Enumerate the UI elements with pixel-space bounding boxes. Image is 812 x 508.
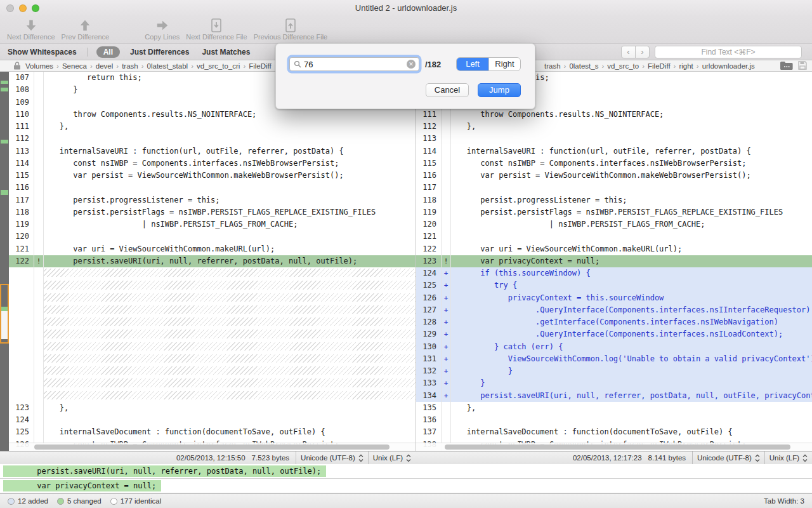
filter-just-matches-button[interactable]: Just Matches xyxy=(202,48,250,57)
code-row[interactable]: 111 }, xyxy=(9,121,416,133)
code-row[interactable] xyxy=(9,353,416,365)
breadcrumb-item[interactable]: 0latest_s xyxy=(569,62,598,70)
code-row[interactable]: 118 persist.progressListener = this; xyxy=(416,194,812,206)
line-ending-select[interactable]: Unix (LF) xyxy=(368,451,416,464)
find-next-button[interactable]: › xyxy=(635,46,650,58)
left-horizontal-scrollbar[interactable] xyxy=(9,443,416,451)
breadcrumb-item[interactable]: right xyxy=(679,62,693,70)
code-row[interactable]: 135 }, xyxy=(416,402,812,414)
code-row[interactable]: 133+ } xyxy=(416,377,812,389)
find-text-input[interactable] xyxy=(655,46,802,58)
scrollbar-thumb[interactable] xyxy=(34,444,390,450)
code-row[interactable]: 113 xyxy=(416,133,812,145)
clear-input-icon[interactable]: ✕ xyxy=(407,60,416,69)
code-row[interactable]: 111 throw Components.results.NS_NOINTERF… xyxy=(416,109,812,121)
code-row[interactable] xyxy=(9,267,416,279)
encoding-select[interactable]: Unicode (UTF-8) xyxy=(692,451,764,464)
code-row[interactable]: 115 var persist = ViewSourceWithCommon.m… xyxy=(9,170,416,182)
jump-button[interactable]: Jump xyxy=(478,83,521,97)
code-row[interactable]: 112 }, xyxy=(416,121,812,133)
breadcrumb-item[interactable]: trash xyxy=(122,62,138,70)
code-row[interactable]: 120 xyxy=(9,231,416,243)
code-row[interactable]: 124 xyxy=(9,414,416,426)
copy-lines-button[interactable]: Copy Lines xyxy=(141,17,183,41)
code-row[interactable]: 112 xyxy=(9,133,416,145)
scrollbar-thumb[interactable] xyxy=(445,444,790,450)
filter-all-button[interactable]: All xyxy=(96,46,120,58)
encoding-select[interactable]: Unicode (UTF-8) xyxy=(296,451,368,464)
code-row[interactable] xyxy=(9,328,416,340)
goto-line-input[interactable] xyxy=(304,60,407,69)
code-row[interactable]: 128+ .getInterface(Components.interfaces… xyxy=(416,316,812,328)
code-row[interactable]: 113 internalSaveURI : function(url, outF… xyxy=(9,145,416,157)
code-row[interactable]: 117 xyxy=(416,182,812,194)
code-row[interactable]: 116 xyxy=(9,182,416,194)
code-row[interactable]: 125 internalSaveDocument : function(docu… xyxy=(9,426,416,438)
right-horizontal-scrollbar[interactable] xyxy=(416,443,812,451)
code-row[interactable]: 125+ try { xyxy=(416,279,812,291)
prev-difference-button[interactable]: Prev Difference xyxy=(58,17,113,41)
code-row[interactable]: 120 | nsIWBP.PERSIST_FLAGS_FROM_CACHE; xyxy=(416,218,812,231)
code-row[interactable] xyxy=(9,390,416,402)
breadcrumb-item[interactable]: Seneca xyxy=(62,62,87,70)
code-row[interactable]: 130+ } catch (err) { xyxy=(416,341,812,353)
next-difference-file-button[interactable]: Next Difference File xyxy=(183,17,250,41)
code-row[interactable]: 121 xyxy=(416,231,812,243)
segment-left[interactable]: Left xyxy=(457,58,488,70)
code-row[interactable]: 134+ persist.saveURI(uri, null, referrer… xyxy=(416,390,812,402)
save-icon[interactable] xyxy=(798,61,807,71)
code-row[interactable]: 122! persist.saveURI(uri, null, referrer… xyxy=(9,255,416,267)
zoom-window-button[interactable] xyxy=(32,4,39,12)
code-row[interactable]: 119 persist.persistFlags = nsIWBP.PERSIS… xyxy=(416,206,812,218)
viewport-indicator[interactable] xyxy=(0,284,9,344)
previous-difference-file-button[interactable]: Previous Difference File xyxy=(251,17,331,41)
code-row[interactable]: 110 throw Components.results.NS_NOINTERF… xyxy=(9,109,416,121)
code-row[interactable]: 136 xyxy=(416,414,812,426)
cancel-button[interactable]: Cancel xyxy=(426,83,469,97)
code-row[interactable]: 126+ privacyContext = this.sourceWindow xyxy=(416,292,812,304)
code-row[interactable]: 127+ .QueryInterface(Components.interfac… xyxy=(416,304,812,316)
find-previous-button[interactable]: ‹ xyxy=(621,46,636,58)
code-row[interactable]: 115 const nsIWBP = Components.interfaces… xyxy=(416,157,812,170)
code-row[interactable]: 116 var persist = ViewSourceWithCommon.m… xyxy=(416,170,812,182)
code-row[interactable] xyxy=(9,316,416,328)
code-row[interactable]: 132+ } xyxy=(416,365,812,377)
code-row[interactable]: 131+ ViewSourceWithCommon.log('Unable to… xyxy=(416,353,812,365)
breadcrumb-item[interactable]: devel xyxy=(96,62,114,70)
code-row[interactable] xyxy=(9,279,416,291)
breadcrumb-item[interactable]: urldownloader.js xyxy=(702,62,755,70)
code-row[interactable] xyxy=(9,304,416,316)
code-row[interactable]: 114 internalSaveURI : function(url, outF… xyxy=(416,145,812,157)
diff-overview-map[interactable] xyxy=(0,72,9,451)
code-row[interactable]: 129+ .QueryInterface(Components.interfac… xyxy=(416,328,812,340)
code-row[interactable] xyxy=(9,365,416,377)
code-row[interactable]: 124+ if (this.sourceWindow) { xyxy=(416,267,812,279)
filter-just-differences-button[interactable]: Just Differences xyxy=(130,48,189,57)
code-row[interactable]: 121 var uri = ViewSourceWithCommon.makeU… xyxy=(9,243,416,255)
code-row[interactable] xyxy=(9,377,416,389)
minimize-window-button[interactable] xyxy=(19,4,27,12)
code-row[interactable]: 117 persist.progressListener = this; xyxy=(9,194,416,206)
breadcrumb-item[interactable]: vd_src_to xyxy=(607,62,639,70)
breadcrumb-item[interactable]: 0latest_stabl xyxy=(147,62,188,70)
close-window-button[interactable] xyxy=(6,4,14,12)
breadcrumb-item[interactable]: Volumes xyxy=(25,62,53,70)
breadcrumb-item[interactable]: FileDiff xyxy=(249,62,272,70)
code-row[interactable]: 122 var uri = ViewSourceWithCommon.makeU… xyxy=(416,243,812,255)
code-row[interactable] xyxy=(9,341,416,353)
browse-folder-icon[interactable] xyxy=(780,61,793,71)
code-row[interactable]: 137 internalSaveDocument : function(docu… xyxy=(416,426,812,438)
code-row[interactable] xyxy=(9,292,416,304)
code-row[interactable]: 118 persist.persistFlags = nsIWBP.PERSIS… xyxy=(9,206,416,218)
code-row[interactable]: 123 }, xyxy=(9,402,416,414)
show-whitespaces-button[interactable]: Show Whitespaces xyxy=(8,48,77,57)
segment-right[interactable]: Right xyxy=(488,58,520,70)
breadcrumb-item[interactable]: FileDiff xyxy=(648,62,671,70)
line-ending-select[interactable]: Unix (LF) xyxy=(764,451,812,464)
next-difference-button[interactable]: Next Difference xyxy=(4,17,58,41)
code-row[interactable]: 119 | nsIWBP.PERSIST_FLAGS_FROM_CACHE; xyxy=(9,218,416,231)
breadcrumb-item[interactable]: vd_src_to_cri xyxy=(197,62,240,70)
code-row[interactable]: 114 const nsIWBP = Components.interfaces… xyxy=(9,157,416,170)
breadcrumb-item[interactable]: trash xyxy=(544,62,561,70)
code-row[interactable]: 123! var privacyContext = null; xyxy=(416,255,812,267)
